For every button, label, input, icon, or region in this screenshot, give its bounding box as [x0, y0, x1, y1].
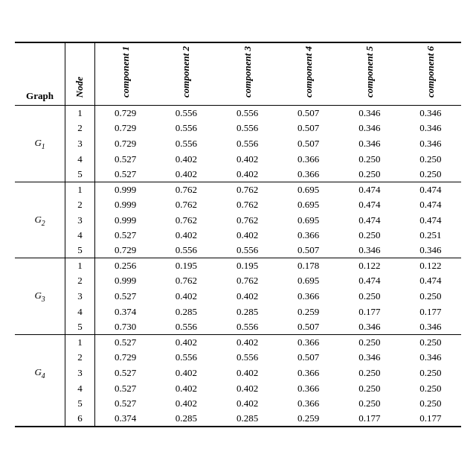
- data-cell: 0.527: [94, 228, 155, 243]
- data-cell: 0.177: [400, 411, 461, 427]
- data-cell: 0.256: [94, 258, 155, 274]
- data-cell: 0.402: [216, 335, 277, 351]
- data-cell: 0.402: [216, 396, 277, 411]
- node-cell: 2: [65, 273, 95, 288]
- graph-cell: [15, 152, 65, 167]
- table-row: 50.7290.5560.5560.5070.3460.346: [15, 243, 461, 258]
- data-cell: 0.250: [400, 152, 461, 167]
- data-cell: 0.402: [216, 167, 277, 182]
- header-node: Node: [65, 42, 95, 105]
- data-cell: 0.729: [94, 243, 155, 258]
- data-cell: 0.556: [155, 350, 216, 365]
- data-cell: 0.507: [278, 350, 339, 365]
- data-cell: 0.474: [339, 182, 400, 197]
- data-cell: 0.374: [94, 411, 155, 427]
- data-cell: 0.250: [400, 288, 461, 304]
- table-row: G130.7290.5560.5560.5070.3460.346: [15, 135, 461, 152]
- data-cell: 0.346: [400, 121, 461, 135]
- node-cell: 5: [65, 167, 95, 182]
- data-cell: 0.474: [400, 273, 461, 288]
- table-row: 50.5270.4020.4020.3660.2500.250: [15, 396, 461, 411]
- graph-cell: [15, 304, 65, 319]
- data-cell: 0.250: [339, 335, 400, 351]
- data-cell: 0.250: [400, 167, 461, 182]
- data-cell: 0.556: [155, 121, 216, 135]
- data-cell: 0.122: [400, 258, 461, 274]
- data-cell: 0.285: [155, 304, 216, 319]
- data-cell: 0.556: [216, 135, 277, 152]
- table-row: 10.5270.4020.4020.3660.2500.250: [15, 335, 461, 351]
- data-cell: 0.762: [216, 212, 277, 229]
- graph-cell: G4: [15, 365, 65, 381]
- graph-cell: [15, 106, 65, 121]
- data-cell: 0.762: [155, 273, 216, 288]
- data-cell: 0.556: [216, 121, 277, 135]
- data-cell: 0.346: [400, 350, 461, 365]
- data-cell: 0.527: [94, 365, 155, 381]
- node-cell: 5: [65, 243, 95, 258]
- header-comp-2: component 2: [155, 42, 216, 105]
- graph-cell: [15, 197, 65, 212]
- node-cell: 3: [65, 212, 95, 229]
- data-cell: 0.556: [216, 106, 277, 121]
- data-cell: 0.762: [155, 182, 216, 197]
- data-cell: 0.474: [339, 212, 400, 229]
- data-cell: 0.556: [216, 350, 277, 365]
- node-cell: 5: [65, 396, 95, 411]
- table-row: 40.5270.4020.4020.3660.2500.251: [15, 228, 461, 243]
- graph-cell: G1: [15, 135, 65, 152]
- data-cell: 0.285: [216, 411, 277, 427]
- data-cell: 0.507: [278, 243, 339, 258]
- data-cell: 0.374: [94, 304, 155, 319]
- header-graph: Graph: [15, 42, 65, 105]
- node-cell: 1: [65, 258, 95, 274]
- data-cell: 0.556: [216, 319, 277, 335]
- graph-cell: [15, 335, 65, 351]
- table-row: 10.2560.1950.1950.1780.1220.122: [15, 258, 461, 274]
- data-cell: 0.762: [216, 197, 277, 212]
- graph-cell: [15, 258, 65, 274]
- graph-cell: [15, 121, 65, 135]
- data-cell: 0.527: [94, 167, 155, 182]
- graph-cell: [15, 243, 65, 258]
- data-cell: 0.556: [155, 135, 216, 152]
- data-cell: 0.527: [94, 335, 155, 351]
- data-cell: 0.259: [278, 304, 339, 319]
- data-cell: 0.402: [216, 228, 277, 243]
- data-cell: 0.556: [155, 106, 216, 121]
- data-cell: 0.527: [94, 288, 155, 304]
- data-cell: 0.402: [216, 381, 277, 396]
- data-cell: 0.402: [155, 381, 216, 396]
- data-cell: 0.402: [216, 365, 277, 381]
- data-cell: 0.346: [400, 135, 461, 152]
- data-cell: 0.122: [339, 258, 400, 274]
- table-row: 40.5270.4020.4020.3660.2500.250: [15, 381, 461, 396]
- data-cell: 0.251: [400, 228, 461, 243]
- data-cell: 0.556: [216, 243, 277, 258]
- data-cell: 0.729: [94, 350, 155, 365]
- header-comp-5: component 5: [339, 42, 400, 105]
- table-row: 60.3740.2850.2850.2590.1770.177: [15, 411, 461, 427]
- data-cell: 0.250: [400, 396, 461, 411]
- table-row: 10.9990.7620.7620.6950.4740.474: [15, 182, 461, 197]
- data-cell: 0.527: [94, 381, 155, 396]
- data-cell: 0.346: [400, 243, 461, 258]
- graph-cell: G3: [15, 288, 65, 304]
- data-cell: 0.346: [339, 319, 400, 335]
- node-cell: 3: [65, 365, 95, 381]
- header-comp-4: component 4: [278, 42, 339, 105]
- node-cell: 5: [65, 319, 95, 335]
- graph-label: G2: [34, 214, 45, 225]
- data-cell: 0.402: [216, 288, 277, 304]
- graph-cell: [15, 182, 65, 197]
- data-cell: 0.346: [339, 243, 400, 258]
- data-cell: 0.474: [339, 197, 400, 212]
- table-row: 20.9990.7620.7620.6950.4740.474: [15, 197, 461, 212]
- table-row: 50.5270.4020.4020.3660.2500.250: [15, 167, 461, 182]
- data-cell: 0.346: [339, 121, 400, 135]
- graph-cell: [15, 273, 65, 288]
- node-cell: 4: [65, 228, 95, 243]
- data-cell: 0.366: [278, 381, 339, 396]
- graph-cell: [15, 396, 65, 411]
- data-cell: 0.507: [278, 319, 339, 335]
